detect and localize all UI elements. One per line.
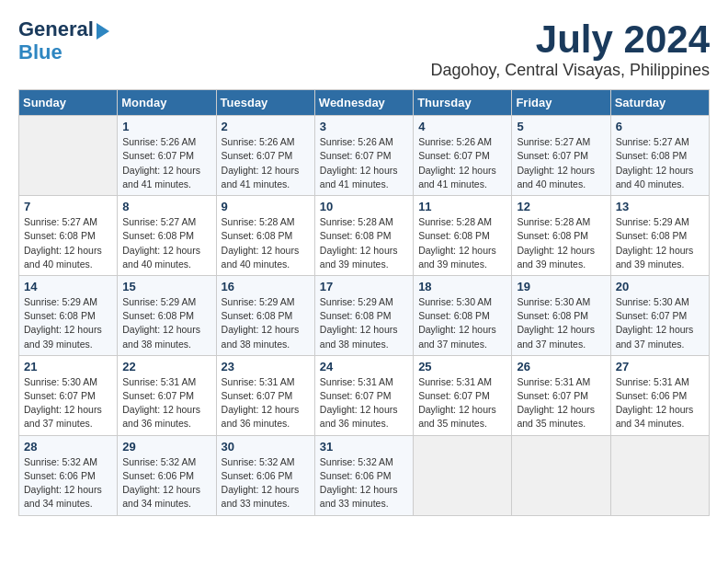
calendar-cell: 2Sunrise: 5:26 AMSunset: 6:07 PMDaylight… (216, 116, 314, 196)
calendar-body: 1Sunrise: 5:26 AMSunset: 6:07 PMDaylight… (19, 116, 710, 515)
calendar-cell: 22Sunrise: 5:31 AMSunset: 6:07 PMDayligh… (118, 355, 216, 435)
weekday-friday: Friday (512, 90, 610, 116)
day-number: 6 (616, 120, 704, 133)
weekday-thursday: Thursday (414, 90, 512, 116)
day-number: 2 (222, 120, 310, 133)
calendar-cell: 1Sunrise: 5:26 AMSunset: 6:07 PMDaylight… (118, 116, 216, 196)
day-info: Sunrise: 5:29 AMSunset: 6:08 PMDaylight:… (320, 295, 408, 351)
calendar-week-2: 7Sunrise: 5:27 AMSunset: 6:08 PMDaylight… (19, 196, 710, 276)
calendar-cell: 12Sunrise: 5:28 AMSunset: 6:08 PMDayligh… (512, 196, 610, 276)
day-number: 29 (122, 440, 210, 454)
day-info: Sunrise: 5:27 AMSunset: 6:07 PMDaylight:… (517, 135, 605, 191)
day-info: Sunrise: 5:32 AMSunset: 6:06 PMDaylight:… (24, 455, 112, 511)
calendar-cell: 10Sunrise: 5:28 AMSunset: 6:08 PMDayligh… (314, 196, 413, 276)
day-info: Sunrise: 5:31 AMSunset: 6:07 PMDaylight:… (122, 375, 210, 431)
day-number: 9 (222, 200, 310, 213)
day-number: 21 (24, 360, 112, 373)
day-info: Sunrise: 5:29 AMSunset: 6:08 PMDaylight:… (222, 295, 310, 351)
calendar-cell (610, 435, 709, 515)
day-number: 13 (616, 200, 704, 213)
day-info: Sunrise: 5:31 AMSunset: 6:07 PMDaylight:… (517, 375, 605, 431)
weekday-tuesday: Tuesday (216, 90, 314, 116)
day-number: 7 (24, 200, 112, 213)
day-info: Sunrise: 5:31 AMSunset: 6:06 PMDaylight:… (616, 375, 704, 431)
day-info: Sunrise: 5:32 AMSunset: 6:06 PMDaylight:… (122, 455, 210, 511)
day-info: Sunrise: 5:32 AMSunset: 6:06 PMDaylight:… (222, 455, 310, 511)
calendar-cell: 31Sunrise: 5:32 AMSunset: 6:06 PMDayligh… (314, 435, 413, 515)
calendar-cell (414, 435, 512, 515)
calendar-cell: 16Sunrise: 5:29 AMSunset: 6:08 PMDayligh… (216, 275, 314, 355)
calendar-cell: 14Sunrise: 5:29 AMSunset: 6:08 PMDayligh… (19, 275, 118, 355)
day-info: Sunrise: 5:26 AMSunset: 6:07 PMDaylight:… (418, 135, 506, 191)
day-info: Sunrise: 5:31 AMSunset: 6:07 PMDaylight:… (418, 375, 506, 431)
day-info: Sunrise: 5:28 AMSunset: 6:08 PMDaylight:… (517, 215, 605, 271)
calendar-cell: 24Sunrise: 5:31 AMSunset: 6:07 PMDayligh… (314, 355, 413, 435)
calendar-cell: 15Sunrise: 5:29 AMSunset: 6:08 PMDayligh… (118, 275, 216, 355)
logo-arrow-icon (97, 23, 109, 40)
day-number: 22 (122, 360, 210, 373)
day-number: 28 (24, 440, 112, 454)
day-number: 31 (320, 440, 408, 454)
weekday-wednesday: Wednesday (314, 90, 413, 116)
calendar-cell: 29Sunrise: 5:32 AMSunset: 6:06 PMDayligh… (118, 435, 216, 515)
day-info: Sunrise: 5:28 AMSunset: 6:08 PMDaylight:… (418, 215, 506, 271)
day-info: Sunrise: 5:30 AMSunset: 6:07 PMDaylight:… (24, 375, 112, 431)
calendar-cell: 18Sunrise: 5:30 AMSunset: 6:08 PMDayligh… (414, 275, 512, 355)
day-info: Sunrise: 5:32 AMSunset: 6:06 PMDaylight:… (320, 455, 408, 511)
day-number: 11 (418, 200, 506, 213)
day-number: 5 (517, 120, 605, 133)
calendar-table: SundayMondayTuesdayWednesdayThursdayFrid… (18, 89, 710, 515)
calendar-cell: 13Sunrise: 5:29 AMSunset: 6:08 PMDayligh… (610, 196, 709, 276)
calendar-week-5: 28Sunrise: 5:32 AMSunset: 6:06 PMDayligh… (19, 435, 710, 515)
month-year-title: July 2024 (430, 18, 710, 61)
calendar-cell: 23Sunrise: 5:31 AMSunset: 6:07 PMDayligh… (216, 355, 314, 435)
page-header: General Blue July 2024 Dagohoy, Central … (18, 18, 710, 80)
day-number: 17 (320, 280, 408, 293)
calendar-cell: 27Sunrise: 5:31 AMSunset: 6:06 PMDayligh… (610, 355, 709, 435)
calendar-cell: 9Sunrise: 5:28 AMSunset: 6:08 PMDaylight… (216, 196, 314, 276)
day-number: 14 (24, 280, 112, 293)
calendar-week-3: 14Sunrise: 5:29 AMSunset: 6:08 PMDayligh… (19, 275, 710, 355)
weekday-saturday: Saturday (610, 90, 709, 116)
day-number: 12 (517, 200, 605, 213)
calendar-cell: 8Sunrise: 5:27 AMSunset: 6:08 PMDaylight… (118, 196, 216, 276)
calendar-cell: 3Sunrise: 5:26 AMSunset: 6:07 PMDaylight… (314, 116, 413, 196)
day-number: 30 (222, 440, 310, 454)
day-number: 3 (320, 120, 408, 133)
day-info: Sunrise: 5:27 AMSunset: 6:08 PMDaylight:… (122, 215, 210, 271)
weekday-monday: Monday (118, 90, 216, 116)
weekday-header-row: SundayMondayTuesdayWednesdayThursdayFrid… (19, 90, 710, 116)
weekday-sunday: Sunday (19, 90, 118, 116)
calendar-cell: 5Sunrise: 5:27 AMSunset: 6:07 PMDaylight… (512, 116, 610, 196)
day-number: 4 (418, 120, 506, 133)
day-info: Sunrise: 5:30 AMSunset: 6:08 PMDaylight:… (517, 295, 605, 351)
day-number: 1 (122, 120, 210, 133)
calendar-cell (512, 435, 610, 515)
calendar-cell (19, 116, 118, 196)
logo: General Blue (18, 18, 109, 63)
day-number: 10 (320, 200, 408, 213)
calendar-week-1: 1Sunrise: 5:26 AMSunset: 6:07 PMDaylight… (19, 116, 710, 196)
location-subtitle: Dagohoy, Central Visayas, Philippines (430, 61, 710, 80)
logo-text: General (18, 18, 94, 40)
calendar-cell: 25Sunrise: 5:31 AMSunset: 6:07 PMDayligh… (414, 355, 512, 435)
day-number: 18 (418, 280, 506, 293)
day-info: Sunrise: 5:31 AMSunset: 6:07 PMDaylight:… (320, 375, 408, 431)
day-info: Sunrise: 5:28 AMSunset: 6:08 PMDaylight:… (222, 215, 310, 271)
day-info: Sunrise: 5:26 AMSunset: 6:07 PMDaylight:… (122, 135, 210, 191)
day-info: Sunrise: 5:31 AMSunset: 6:07 PMDaylight:… (222, 375, 310, 431)
calendar-cell: 21Sunrise: 5:30 AMSunset: 6:07 PMDayligh… (19, 355, 118, 435)
logo-blue-text: Blue (18, 41, 63, 63)
day-info: Sunrise: 5:28 AMSunset: 6:08 PMDaylight:… (320, 215, 408, 271)
day-info: Sunrise: 5:29 AMSunset: 6:08 PMDaylight:… (616, 215, 704, 271)
day-info: Sunrise: 5:29 AMSunset: 6:08 PMDaylight:… (122, 295, 210, 351)
day-number: 24 (320, 360, 408, 373)
day-info: Sunrise: 5:26 AMSunset: 6:07 PMDaylight:… (222, 135, 310, 191)
day-info: Sunrise: 5:26 AMSunset: 6:07 PMDaylight:… (320, 135, 408, 191)
day-info: Sunrise: 5:29 AMSunset: 6:08 PMDaylight:… (24, 295, 112, 351)
day-number: 23 (222, 360, 310, 373)
calendar-cell: 26Sunrise: 5:31 AMSunset: 6:07 PMDayligh… (512, 355, 610, 435)
day-number: 16 (222, 280, 310, 293)
calendar-cell: 6Sunrise: 5:27 AMSunset: 6:08 PMDaylight… (610, 116, 709, 196)
day-number: 20 (616, 280, 704, 293)
